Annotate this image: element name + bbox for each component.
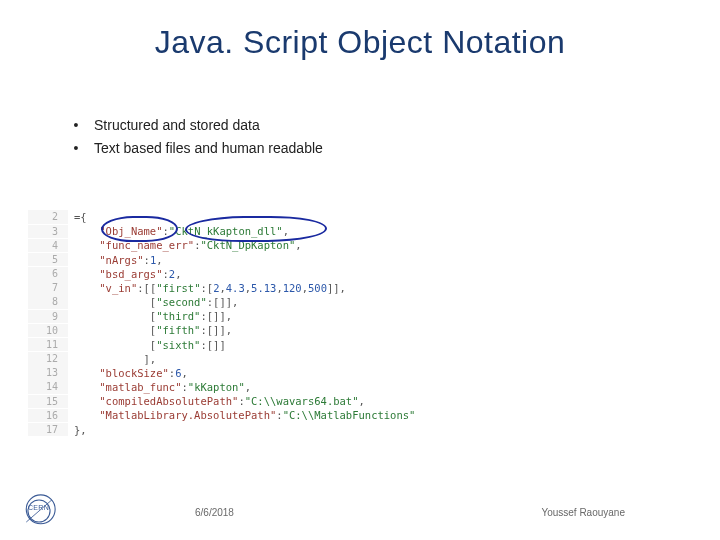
code-source: "bsd_args":2, bbox=[68, 267, 182, 281]
code-source: "matlab_func":"kKapton", bbox=[68, 380, 251, 394]
line-number: 4 bbox=[28, 239, 68, 253]
code-line: 15 "compiledAbsolutePath":"C:\\wavars64.… bbox=[28, 394, 473, 408]
footer: CERN 6/6/2018 Youssef Raouyane bbox=[0, 492, 720, 540]
code-source: ={ bbox=[68, 210, 87, 224]
line-number: 10 bbox=[28, 324, 68, 338]
code-line: 9 ["third":[]], bbox=[28, 309, 473, 323]
bullet-dot-icon: • bbox=[72, 114, 80, 137]
code-source: "Obj_Name":"CktN_kKapton_dll", bbox=[68, 224, 289, 238]
line-number: 9 bbox=[28, 310, 68, 324]
line-number: 11 bbox=[28, 338, 68, 352]
code-line: 14 "matlab_func":"kKapton", bbox=[28, 380, 473, 394]
bullet-text: Text based files and human readable bbox=[94, 137, 323, 160]
code-line: 13 "blockSize":6, bbox=[28, 366, 473, 380]
line-number: 6 bbox=[28, 267, 68, 281]
code-line: 2={ bbox=[28, 210, 473, 224]
line-number: 13 bbox=[28, 366, 68, 380]
bullet-item: • Structured and stored data bbox=[72, 114, 323, 137]
line-number: 5 bbox=[28, 253, 68, 267]
code-line: 6 "bsd_args":2, bbox=[28, 267, 473, 281]
code-source: "nArgs":1, bbox=[68, 253, 163, 267]
line-number: 17 bbox=[28, 423, 68, 437]
cern-logo-label: CERN bbox=[28, 504, 49, 511]
code-line: 11 ["sixth":[]] bbox=[28, 338, 473, 352]
cern-logo-icon: CERN bbox=[22, 494, 56, 528]
bullet-text: Structured and stored data bbox=[94, 114, 260, 137]
line-number: 3 bbox=[28, 225, 68, 239]
code-source: "v_in":[["first":[2,4.3,5.13,120,500]], bbox=[68, 281, 346, 295]
line-number: 15 bbox=[28, 395, 68, 409]
bullet-dot-icon: • bbox=[72, 137, 80, 160]
code-line: 5 "nArgs":1, bbox=[28, 253, 473, 267]
line-number: 12 bbox=[28, 352, 68, 366]
code-line: 12 ], bbox=[28, 352, 473, 366]
code-block: 2={3 "Obj_Name":"CktN_kKapton_dll",4 "fu… bbox=[28, 210, 473, 437]
code-line: 16 "MatlabLibrary.AbsolutePath":"C:\\Mat… bbox=[28, 408, 473, 422]
footer-date: 6/6/2018 bbox=[195, 507, 234, 518]
slide: Java. Script Object Notation • Structure… bbox=[0, 0, 720, 540]
code-line: 3 "Obj_Name":"CktN_kKapton_dll", bbox=[28, 224, 473, 238]
code-line: 8 ["second":[]], bbox=[28, 295, 473, 309]
code-source: "MatlabLibrary.AbsolutePath":"C:\\Matlab… bbox=[68, 408, 415, 422]
code-source: ["third":[]], bbox=[68, 309, 232, 323]
code-source: ["sixth":[]] bbox=[68, 338, 226, 352]
line-number: 2 bbox=[28, 210, 68, 224]
line-number: 8 bbox=[28, 295, 68, 309]
bullet-list: • Structured and stored data • Text base… bbox=[72, 114, 323, 160]
line-number: 16 bbox=[28, 409, 68, 423]
bullet-item: • Text based files and human readable bbox=[72, 137, 323, 160]
code-source: ], bbox=[68, 352, 156, 366]
footer-author: Youssef Raouyane bbox=[541, 507, 625, 518]
code-line: 10 ["fifth":[]], bbox=[28, 323, 473, 337]
code-source: "func_name_err":"CktN_DpKapton", bbox=[68, 238, 302, 252]
code-source: "compiledAbsolutePath":"C:\\wavars64.bat… bbox=[68, 394, 365, 408]
line-number: 14 bbox=[28, 380, 68, 394]
slide-title: Java. Script Object Notation bbox=[0, 24, 720, 61]
code-line: 4 "func_name_err":"CktN_DpKapton", bbox=[28, 238, 473, 252]
line-number: 7 bbox=[28, 281, 68, 295]
code-source: }, bbox=[68, 423, 87, 437]
code-source: "blockSize":6, bbox=[68, 366, 188, 380]
code-line: 7 "v_in":[["first":[2,4.3,5.13,120,500]]… bbox=[28, 281, 473, 295]
code-source: ["second":[]], bbox=[68, 295, 238, 309]
code-line: 17}, bbox=[28, 423, 473, 437]
code-source: ["fifth":[]], bbox=[68, 323, 232, 337]
